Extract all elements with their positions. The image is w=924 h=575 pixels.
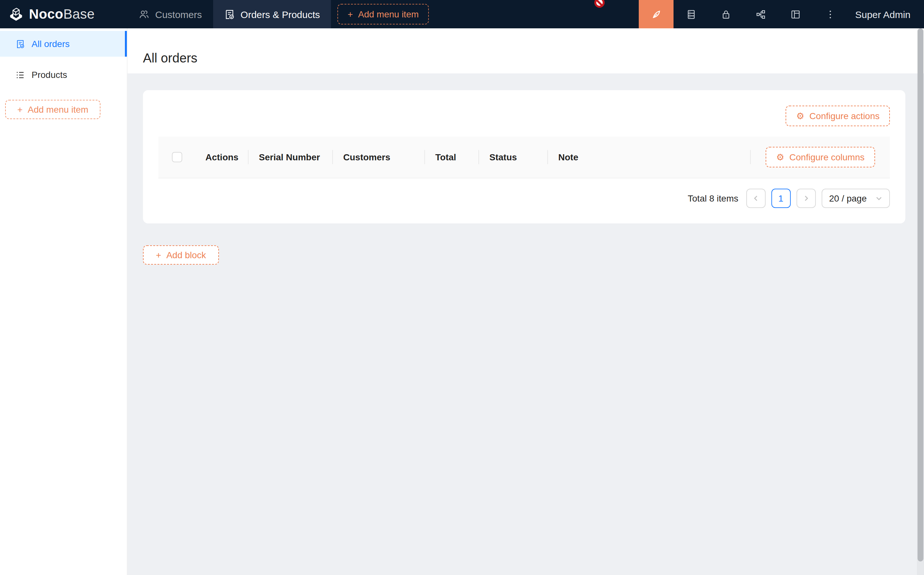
- header-configure-columns-cell: ⚙ Configure columns: [751, 137, 890, 178]
- table-toolbar: ⚙ Configure actions: [159, 106, 890, 126]
- sidebar-item-products[interactable]: Products: [0, 62, 127, 87]
- user-menu[interactable]: Super Admin: [847, 0, 924, 28]
- top-navbar: NocoBase Customers Orders &: [0, 0, 924, 28]
- header-customers: Customers: [333, 137, 425, 178]
- team-icon: [138, 9, 149, 20]
- plus-icon: +: [156, 249, 161, 260]
- configure-actions-button[interactable]: ⚙ Configure actions: [786, 106, 890, 126]
- ui-editor-highlighter-icon[interactable]: [639, 0, 673, 28]
- configure-columns-button[interactable]: ⚙ Configure columns: [766, 147, 875, 167]
- pagination-page-1[interactable]: 1: [771, 188, 791, 208]
- table-header: Actions Serial Number Customers Total St…: [159, 137, 890, 178]
- collections-icon[interactable]: [673, 0, 708, 28]
- sidebar-add-menu-item-button[interactable]: + Add menu item: [5, 100, 100, 119]
- sidebar: All orders Products + Add menu item: [0, 28, 127, 575]
- gear-icon: ⚙: [796, 111, 804, 121]
- orders-table-block: ⚙ Configure actions Actions Serial Numbe…: [143, 90, 905, 223]
- sidebar-menu: All orders Products: [0, 28, 127, 87]
- navbar-right-icons: Super Admin: [639, 0, 924, 28]
- app-root: NocoBase Customers Orders &: [0, 0, 924, 575]
- page-content: ⚙ Configure actions Actions Serial Numbe…: [127, 73, 924, 575]
- page-header: All orders: [127, 28, 924, 73]
- layout-icon[interactable]: [778, 0, 813, 28]
- page-size-select[interactable]: 20 / page: [821, 188, 890, 208]
- navbar-add-menu-item-button[interactable]: + Add menu item: [337, 4, 429, 24]
- not-allowed-cursor-icon: [594, 0, 605, 8]
- tab-orders-products[interactable]: Orders & Products: [213, 0, 331, 28]
- nocobase-logo-icon: [8, 6, 24, 22]
- header-actions: Actions: [195, 137, 249, 178]
- chevron-left-icon: [753, 195, 759, 201]
- plus-icon: +: [17, 104, 22, 114]
- tab-customers[interactable]: Customers: [127, 0, 213, 28]
- orders-table: Actions Serial Number Customers Total St…: [159, 137, 890, 178]
- navbar-tabs: Customers Orders & Products: [127, 0, 331, 28]
- select-all-header-cell: [159, 137, 195, 178]
- page-title: All orders: [143, 51, 197, 66]
- sidebar-item-label: Products: [32, 70, 67, 80]
- workflow-icon[interactable]: [743, 0, 778, 28]
- lock-icon[interactable]: [708, 0, 743, 28]
- more-icon[interactable]: [813, 0, 847, 28]
- header-status: Status: [479, 137, 548, 178]
- header-total: Total: [425, 137, 479, 178]
- main-area: All orders ⚙ Configure actions: [127, 28, 924, 575]
- tab-label: Orders & Products: [240, 9, 320, 20]
- header-note: Note: [548, 137, 751, 178]
- file-done-icon: [16, 39, 25, 49]
- pagination-next-button[interactable]: [796, 188, 816, 208]
- scrollbar-thumb[interactable]: [918, 28, 923, 561]
- header-serial-number: Serial Number: [249, 137, 333, 178]
- add-block-button[interactable]: + Add block: [143, 245, 219, 264]
- gear-icon: ⚙: [776, 152, 784, 162]
- sidebar-item-label: All orders: [32, 39, 70, 49]
- pagination-prev-button[interactable]: [746, 188, 765, 208]
- pagination-total: Total 8 items: [688, 193, 738, 203]
- select-all-checkbox[interactable]: [171, 152, 182, 163]
- pagination: Total 8 items 1 20 / page: [159, 188, 890, 208]
- logo-text: NocoBase: [29, 6, 95, 22]
- plus-icon: +: [348, 9, 353, 19]
- sidebar-item-all-orders[interactable]: All orders: [0, 31, 127, 57]
- chevron-right-icon: [803, 195, 809, 201]
- list-icon: [16, 70, 25, 79]
- chevron-down-icon: [876, 195, 882, 201]
- tab-label: Customers: [155, 9, 202, 20]
- nocobase-logo: NocoBase: [0, 0, 127, 28]
- file-done-icon: [224, 9, 235, 20]
